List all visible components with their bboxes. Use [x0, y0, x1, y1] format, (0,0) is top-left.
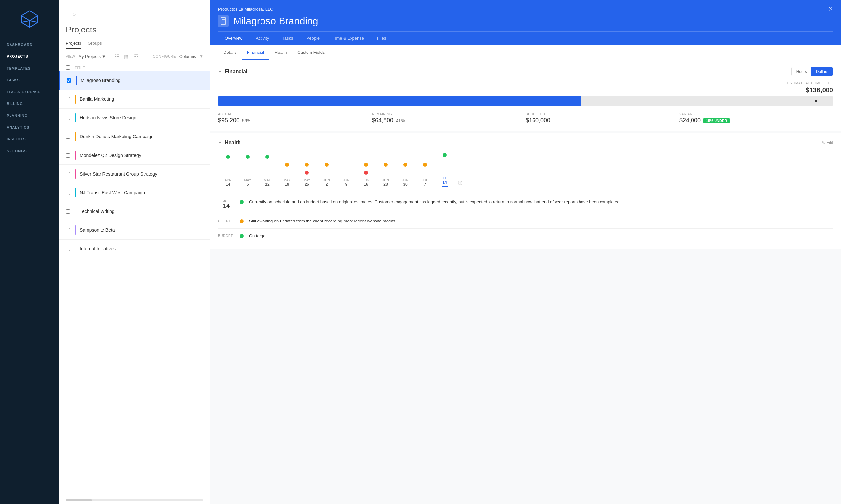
project-color-indicator	[74, 94, 76, 104]
project-checkbox[interactable]	[66, 172, 70, 176]
timeline-col[interactable]: JUN16	[356, 153, 376, 187]
timeline-col[interactable]: JUL7	[415, 153, 435, 187]
project-row[interactable]: Technical Writing	[59, 202, 210, 221]
sub-tab-health[interactable]: Health	[269, 45, 292, 60]
view-select[interactable]: My Projects ▼	[78, 54, 106, 59]
dollars-toggle-btn[interactable]: Dollars	[811, 67, 833, 76]
health-status-dot	[240, 234, 244, 238]
sub-tab-financial[interactable]: Financial	[242, 45, 269, 60]
health-edit-button[interactable]: ✎ Edit	[822, 141, 833, 145]
detail-tab-activity[interactable]: Activity	[249, 32, 276, 45]
timeline-col[interactable]: MAY5	[238, 153, 258, 187]
sub-tab-custom-fields[interactable]: Custom Fields	[292, 45, 330, 60]
project-name: Sampsonite Beta	[80, 228, 115, 233]
detail-tab-time-and-expense[interactable]: Time & Expense	[326, 32, 371, 45]
project-row[interactable]: Hudson News Store Design	[59, 109, 210, 127]
close-button[interactable]: ✕	[828, 5, 833, 13]
project-checkbox[interactable]	[66, 191, 70, 195]
timeline-date-label: MAY19	[284, 179, 291, 187]
sidebar-item-tasks[interactable]: TASKS	[0, 74, 59, 86]
detail-tab-tasks[interactable]: Tasks	[276, 32, 299, 45]
health-dot-row	[443, 151, 447, 159]
health-dot-row	[423, 161, 427, 169]
project-checkbox[interactable]	[66, 247, 70, 251]
timeline-col[interactable]: MAY12	[258, 153, 277, 187]
collapse-arrow-icon[interactable]: ▼	[218, 69, 222, 74]
table-view-icon[interactable]: ☶	[132, 53, 140, 60]
search-icon[interactable]: ⌕	[72, 11, 76, 17]
project-checkbox[interactable]	[66, 97, 70, 102]
timeline-col[interactable]: JUN30	[396, 153, 415, 187]
timeline-date-label: MAY12	[264, 179, 271, 187]
projects-tab-projects[interactable]: Projects	[66, 41, 81, 49]
sub-tab-details[interactable]: Details	[218, 45, 242, 60]
timeline-col[interactable]: JUN2	[317, 153, 337, 187]
project-checkbox[interactable]	[66, 116, 70, 120]
sidebar-item-settings[interactable]: SETTINGS	[0, 145, 59, 157]
project-row[interactable]: NJ Transit East West Campaign	[59, 183, 210, 202]
add-timeline-entry-button[interactable]: ⊕	[455, 179, 465, 187]
timeline-col[interactable]: MAY19	[277, 153, 297, 187]
project-row[interactable]: Dunkin Donuts Marketing Campaign	[59, 127, 210, 146]
health-dot-row	[325, 161, 328, 169]
timeline-col[interactable]: JUN23	[376, 153, 396, 187]
project-checkbox[interactable]	[67, 78, 71, 83]
sidebar-item-analytics[interactable]: ANALYTICS	[0, 121, 59, 133]
svg-line-2	[21, 21, 30, 22]
project-color-indicator	[74, 150, 76, 160]
detail-tab-files[interactable]: Files	[371, 32, 393, 45]
estimate-label: ESTIMATE AT COMPLETE	[787, 82, 830, 85]
timeline-date-label: JUN23	[382, 179, 389, 187]
project-row[interactable]: Silver Star Restaurant Group Strategy	[59, 165, 210, 183]
hours-toggle-btn[interactable]: Hours	[792, 67, 811, 76]
timeline-col[interactable]: APR14	[218, 153, 238, 187]
detail-tabs: OverviewActivityTasksPeopleTime & Expens…	[218, 32, 833, 45]
timeline-col[interactable]: JUN9	[337, 153, 356, 187]
select-all-checkbox[interactable]	[66, 65, 70, 70]
sidebar-item-time-expense[interactable]: TIME & EXPENSE	[0, 86, 59, 98]
scrollbar-track[interactable]	[66, 499, 203, 501]
timeline-date-label: MAY5	[244, 179, 251, 187]
detail-tab-people[interactable]: People	[300, 32, 326, 45]
sidebar: DASHBOARDPROJECTSTEMPLATESTASKSTIME & EX…	[0, 0, 59, 504]
projects-panel: ⌕ Projects ProjectsGroups VIEW My Projec…	[59, 0, 210, 504]
health-entry-dot-wrap	[240, 234, 244, 238]
project-row[interactable]: Mondelez Q2 Design Strategy	[59, 146, 210, 165]
project-checkbox[interactable]	[66, 134, 70, 139]
sidebar-item-projects[interactable]: PROJECTS	[0, 51, 59, 62]
project-row[interactable]: Barilla Marketing	[59, 90, 210, 109]
sidebar-item-planning[interactable]: PLANNING	[0, 110, 59, 121]
list-view-icon[interactable]: ☷	[113, 53, 121, 60]
estimate-value: $136,000	[806, 86, 833, 94]
health-collapse-icon[interactable]: ▼	[218, 141, 222, 145]
progress-bar-fill	[218, 96, 581, 106]
sidebar-item-templates[interactable]: TEMPLATES	[0, 62, 59, 74]
detail-tab-overview[interactable]: Overview	[218, 32, 249, 45]
grid-view-icon[interactable]: ▧	[122, 53, 131, 60]
project-checkbox[interactable]	[66, 153, 70, 158]
timeline-col[interactable]: MAY26	[297, 153, 317, 187]
project-checkbox[interactable]	[66, 228, 70, 232]
project-color-indicator	[74, 207, 76, 216]
health-section: ▼ Health ✎ Edit APR14MAY5MAY12MAY19MAY26…	[210, 133, 841, 249]
remaining-dollar: $64,800	[372, 117, 393, 124]
project-checkbox[interactable]	[66, 209, 70, 214]
health-dot-orange	[423, 163, 427, 167]
health-entry-category: BUDGET	[218, 234, 235, 237]
sidebar-item-dashboard[interactable]: DASHBOARD	[0, 39, 59, 51]
configure-value[interactable]: Columns	[179, 54, 196, 59]
scrollbar-thumb[interactable]	[66, 499, 92, 501]
more-options-button[interactable]: ⋮	[817, 5, 823, 13]
project-row[interactable]: Sampsonite Beta	[59, 221, 210, 239]
project-row[interactable]: Milagroso Branding	[59, 71, 210, 90]
sidebar-item-billing[interactable]: BILLING	[0, 98, 59, 110]
health-status-dot	[240, 200, 244, 204]
sidebar-item-insights[interactable]: INSIGHTS	[0, 133, 59, 145]
project-row[interactable]: Internal Initiatives	[59, 239, 210, 258]
timeline-col[interactable]: JUL14	[435, 151, 455, 187]
variance-dollar: $24,000	[680, 117, 701, 124]
projects-title: Projects	[66, 21, 203, 38]
health-entries: JUL14Currently on schedule and on budget…	[218, 195, 833, 243]
projects-tab-groups[interactable]: Groups	[88, 41, 102, 49]
health-entry-text: Currently on schedule and on budget base…	[249, 199, 833, 205]
